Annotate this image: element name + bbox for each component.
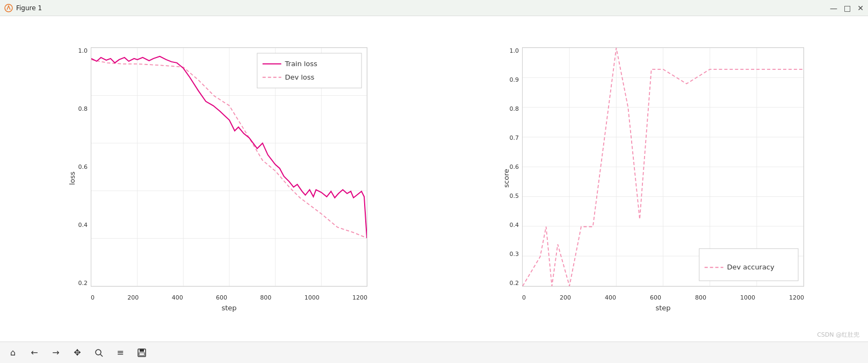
right-chart-container: score 1.0 0.9 0.8 0.7 0.6 0.5 0.4 0.3 0.… — [434, 22, 868, 336]
maximize-button[interactable]: □ — [844, 4, 851, 12]
save-button[interactable] — [134, 345, 149, 360]
left-x-axis-label: step — [91, 304, 367, 312]
svg-line-37 — [100, 354, 103, 357]
svg-rect-39 — [140, 349, 144, 352]
close-button[interactable]: ✕ — [857, 4, 864, 12]
window-title: Figure 1 — [16, 4, 42, 12]
svg-rect-40 — [139, 353, 144, 355]
home-button[interactable]: ⌂ — [5, 345, 20, 360]
left-chart-wrapper: loss 1.0 0.8 0.6 0.4 0.2 — [61, 42, 373, 316]
svg-text:Dev accuracy: Dev accuracy — [727, 263, 775, 271]
app-icon — [4, 4, 13, 12]
right-x-axis-label: step — [522, 304, 804, 312]
back-button[interactable]: ← — [27, 345, 42, 360]
svg-rect-13 — [257, 53, 361, 88]
right-x-ticks: 0 200 400 600 800 1000 1200 — [522, 294, 804, 301]
forward-button[interactable]: → — [48, 345, 63, 360]
right-chart-area: Dev accuracy — [522, 47, 804, 287]
right-chart-svg: Dev accuracy — [523, 48, 804, 286]
minimize-button[interactable]: — — [830, 4, 837, 12]
window-controls: — □ ✕ — [830, 4, 864, 12]
left-x-ticks: 0 200 400 600 800 1000 1200 — [91, 294, 367, 301]
toolbar: ⌂ ← → ✥ ≡ CSDN @红肚兜 — [0, 341, 868, 363]
svg-point-36 — [96, 350, 101, 355]
right-chart-wrapper: score 1.0 0.9 0.8 0.7 0.6 0.5 0.4 0.3 0.… — [493, 42, 809, 316]
left-y-ticks: 1.0 0.8 0.6 0.4 0.2 — [61, 47, 91, 287]
left-chart-area: Train loss Dev loss — [91, 47, 367, 287]
svg-text:Dev loss: Dev loss — [285, 73, 315, 81]
right-y-ticks: 1.0 0.9 0.8 0.7 0.6 0.5 0.4 0.3 0.2 — [493, 47, 522, 287]
title-bar: Figure 1 — □ ✕ — [0, 0, 868, 16]
left-chart-svg: Train loss Dev loss — [91, 48, 367, 286]
left-chart-container: loss 1.0 0.8 0.6 0.4 0.2 — [0, 22, 434, 336]
svg-text:Train loss: Train loss — [285, 59, 317, 67]
zoom-button[interactable] — [91, 345, 106, 360]
pan-button[interactable]: ✥ — [70, 345, 85, 360]
settings-button[interactable]: ≡ — [113, 345, 128, 360]
main-content: loss 1.0 0.8 0.6 0.4 0.2 — [0, 16, 868, 341]
watermark: CSDN @红肚兜 — [817, 331, 859, 339]
